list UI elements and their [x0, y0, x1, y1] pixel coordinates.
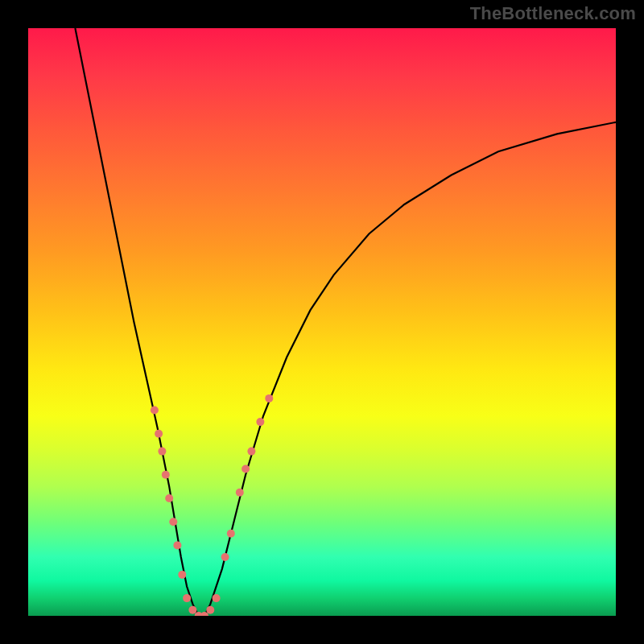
highlight-dot [256, 418, 264, 426]
plot-area [28, 28, 616, 616]
highlight-dot [165, 494, 173, 502]
highlight-dot [213, 594, 221, 602]
bottleneck-curve [75, 28, 616, 616]
highlight-dot [265, 394, 273, 402]
highlight-dot [169, 518, 177, 526]
highlight-dot [227, 530, 235, 538]
highlight-dot [247, 448, 255, 456]
highlight-dot [221, 553, 229, 561]
highlight-dot [155, 430, 163, 438]
highlight-dot [162, 471, 170, 479]
highlight-dot [178, 571, 186, 579]
highlight-dot [242, 465, 250, 473]
highlight-dot [183, 594, 191, 602]
highlight-dot [151, 407, 159, 415]
highlight-dot [173, 541, 181, 549]
highlight-dot [206, 606, 214, 614]
curve-svg [28, 28, 616, 616]
chart-frame: TheBottleneck.com [0, 0, 644, 644]
highlight-dot [236, 489, 244, 497]
highlight-dot [188, 606, 196, 614]
watermark-text: TheBottleneck.com [470, 3, 636, 24]
highlight-dot [158, 448, 166, 456]
highlight-dots-group [151, 394, 273, 616]
